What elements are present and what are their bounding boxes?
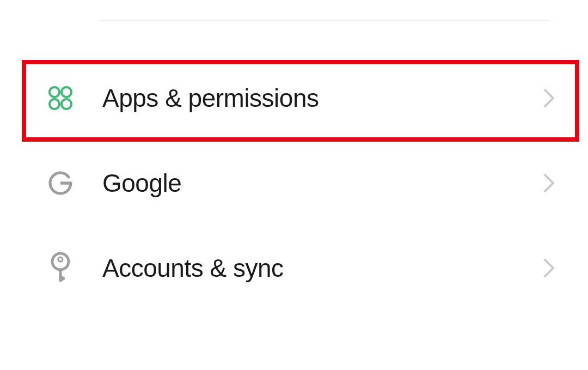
- svg-rect-3: [62, 99, 71, 109]
- settings-item-label: Accounts & sync: [102, 253, 543, 283]
- chevron-right-icon: [543, 173, 555, 193]
- svg-rect-0: [50, 87, 59, 97]
- svg-rect-2: [50, 99, 59, 109]
- chevron-right-icon: [543, 88, 555, 108]
- chevron-right-icon: [543, 258, 555, 278]
- settings-item-google[interactable]: Google: [0, 141, 588, 226]
- settings-item-label: Google: [102, 168, 543, 198]
- settings-item-label: Apps & permissions: [102, 83, 543, 113]
- section-divider: [100, 20, 550, 21]
- settings-item-apps-permissions[interactable]: Apps & permissions: [0, 56, 588, 141]
- settings-item-accounts-sync[interactable]: Accounts & sync: [0, 226, 588, 311]
- key-icon: [47, 254, 74, 282]
- svg-point-5: [58, 257, 63, 262]
- apps-icon: [47, 84, 74, 112]
- google-icon: [47, 169, 74, 197]
- settings-list: Apps & permissions Google: [0, 56, 588, 311]
- svg-rect-1: [62, 87, 71, 97]
